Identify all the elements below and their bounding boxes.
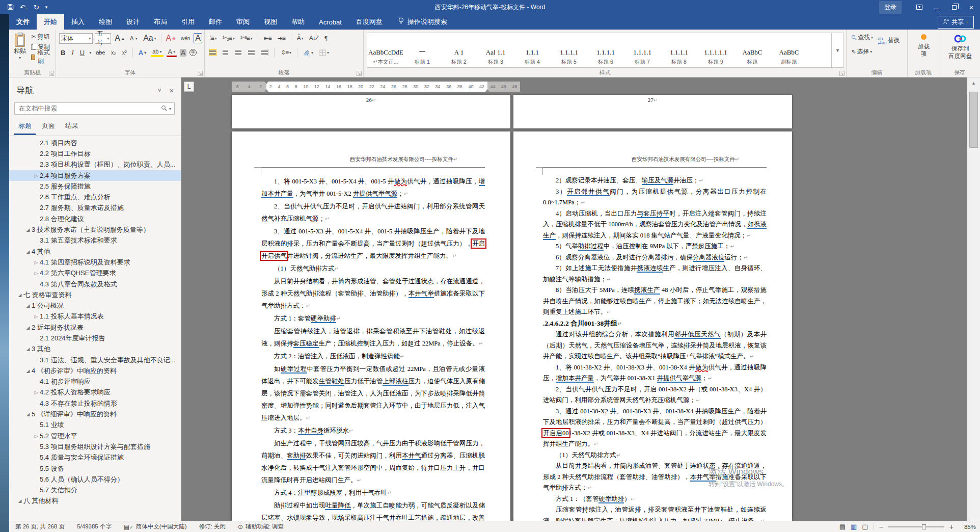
phonetic-guide-icon[interactable]: wén: [179, 35, 192, 42]
style-副标题[interactable]: AaBbC副标题: [771, 33, 807, 67]
collapse-icon[interactable]: ◢: [24, 249, 32, 254]
nav-item[interactable]: 5.5 设备: [9, 463, 181, 474]
search-input[interactable]: [18, 104, 161, 113]
select-button[interactable]: ⇖ 选择▾: [850, 46, 874, 58]
style-标题1[interactable]: 一标题 1: [404, 33, 441, 67]
expand-icon[interactable]: ▷: [33, 271, 40, 276]
font-dialog-launcher[interactable]: ↘: [198, 71, 203, 76]
word-count[interactable]: 5/49385 个字: [71, 521, 118, 532]
chevron-down-icon[interactable]: ˅: [158, 87, 161, 94]
nav-tab-页面[interactable]: 页面: [38, 120, 59, 135]
tab-file[interactable]: 文件: [9, 14, 37, 30]
nav-item[interactable]: 4.1 初步评审响应: [9, 377, 181, 387]
scroll-up-icon[interactable]: ▲: [967, 77, 980, 86]
bold-button[interactable]: B: [59, 48, 67, 57]
character-shading-icon[interactable]: A: [180, 49, 186, 57]
signin-button[interactable]: 登录: [879, 1, 902, 14]
customize-qat-icon[interactable]: ▾: [45, 5, 48, 10]
tab-Acrobat[interactable]: Acrobat: [312, 14, 349, 30]
nav-item[interactable]: 2.3 项目机构设置（框图）、岗位职责、人员...: [9, 159, 181, 170]
style-标题4[interactable]: 1.1.1标题 4: [514, 33, 551, 67]
expand-icon[interactable]: ▷: [33, 390, 40, 395]
nav-item[interactable]: 5.7 失信扣分: [9, 485, 181, 496]
tab-视图[interactable]: 视图: [257, 14, 284, 30]
collapse-icon[interactable]: ◢: [16, 292, 23, 298]
collapse-icon[interactable]: ◢: [24, 303, 32, 308]
character-border-icon[interactable]: A: [194, 33, 202, 43]
style-标题3[interactable]: Aal 1.1标题 3: [477, 33, 514, 67]
tab-home[interactable]: 开始: [37, 14, 64, 30]
tab-设计[interactable]: 设计: [119, 14, 147, 30]
expand-icon[interactable]: ▷: [33, 434, 40, 439]
style-标题7[interactable]: 1.1.1.1标题 7: [624, 33, 661, 67]
nav-item[interactable]: ▷1.1 投标人基本情况表: [9, 311, 181, 322]
expand-icon[interactable]: ▷: [33, 173, 40, 178]
accessibility-indicator[interactable]: ⊙ 辅助功能: 调查: [232, 521, 290, 532]
clear-formatting-icon[interactable]: A◆: [164, 33, 177, 43]
nav-item[interactable]: ▷4.2 投标人资格要求响应: [9, 387, 181, 398]
redo-icon[interactable]: ↻: [34, 4, 39, 11]
nav-item[interactable]: ◢1 公司概况: [9, 300, 181, 311]
nav-item[interactable]: ◢3 其他: [9, 344, 181, 355]
zoom-slider-thumb[interactable]: [922, 524, 926, 529]
nav-item[interactable]: ◢3 技术服务承诺（主要说明服务质量等）: [9, 224, 181, 235]
restore-button[interactable]: [945, 0, 963, 14]
cut-button[interactable]: ✂剪切: [30, 32, 53, 42]
zoom-level[interactable]: 85%: [959, 524, 976, 530]
paste-button[interactable]: 粘贴▾: [12, 32, 28, 69]
expand-icon[interactable]: ▷: [33, 260, 40, 265]
collapse-icon[interactable]: ◢: [24, 325, 32, 330]
nav-item[interactable]: 3.1 第五章技术标准和要求: [9, 235, 181, 246]
nav-item[interactable]: ◢2 近年财务状况表: [9, 322, 181, 333]
styles-gallery-expand-icon[interactable]: ▼: [832, 33, 844, 68]
nav-item[interactable]: 5.4 质量与安全环境保证措施: [9, 453, 181, 463]
shading-icon[interactable]: ▾: [302, 49, 314, 56]
search-options-icon[interactable]: ▾: [169, 107, 171, 111]
highlight-color-icon[interactable]: ab▾: [151, 48, 163, 57]
read-mode-icon[interactable]: ▤: [839, 523, 846, 530]
nav-item[interactable]: ▷5.2 管理水平: [9, 431, 181, 441]
align-left-icon[interactable]: [208, 49, 217, 56]
nav-item[interactable]: ◢5 《详细评审》中响应的资料: [9, 409, 181, 419]
style-标题2[interactable]: A 1标题 2: [441, 33, 477, 67]
tell-me-search[interactable]: 操作说明搜索: [390, 14, 447, 30]
nav-item[interactable]: 3.1 违法、违规、重大安全事故及其他不良记...: [9, 355, 181, 365]
line-spacing-icon[interactable]: ⇕≡▾: [279, 48, 292, 57]
nav-item[interactable]: 4.3 不存在禁止投标的情形: [9, 398, 181, 409]
nav-item[interactable]: 5.3 项目服务组织设计方案与配套措施: [9, 441, 181, 452]
enclose-characters-icon[interactable]: 字: [189, 49, 197, 56]
asian-layout-icon[interactable]: A̐▾: [295, 34, 305, 42]
share-button[interactable]: 共享 ▾: [938, 16, 974, 29]
scrollbar-thumb[interactable]: [969, 92, 978, 148]
find-button[interactable]: 查找▾: [850, 32, 875, 43]
page-27[interactable]: 西安华邦石油技术发展有限公司----投标文件↵ 2）观察记录本井油压、套压、输压…: [513, 131, 792, 521]
save-icon[interactable]: [7, 4, 14, 11]
zoom-in-icon[interactable]: +: [949, 523, 954, 531]
grow-font-icon[interactable]: A▲: [113, 33, 126, 43]
tab-绘图[interactable]: 绘图: [92, 14, 119, 30]
ribbon-display-options-icon[interactable]: ▾: [911, 0, 928, 14]
nav-item[interactable]: 2.7 服务期、质量承诺及措施: [9, 203, 181, 214]
align-right-icon[interactable]: [233, 49, 243, 56]
show-marks-icon[interactable]: ¶: [323, 34, 328, 43]
nav-item[interactable]: 5.6 人员（确认人员不得分）: [9, 474, 181, 485]
collapse-icon[interactable]: ◢: [24, 368, 32, 374]
document-search-box[interactable]: ▾: [14, 102, 175, 115]
close-button[interactable]: ×: [963, 0, 980, 14]
nav-item[interactable]: 2.8 合理化建议: [9, 214, 181, 224]
tab-stop-selector[interactable]: L: [184, 82, 194, 92]
save-to-baidu-button[interactable]: 保存到 百度网盘: [942, 32, 978, 60]
web-layout-icon[interactable]: ▢: [862, 523, 868, 530]
nav-item[interactable]: 2.6 工作重点、难点分析: [9, 192, 181, 202]
collapse-icon[interactable]: ◢: [16, 498, 23, 503]
language-indicator[interactable]: ▤✓ 简体中文(中国大陆): [118, 521, 193, 532]
superscript-button[interactable]: x²: [121, 49, 128, 56]
zoom-out-icon[interactable]: −: [879, 523, 883, 531]
numbering-icon[interactable]: ¹⁼₂≡▾: [221, 34, 236, 42]
style-标题8[interactable]: 1.1.1.1标题 8: [661, 33, 697, 67]
nav-item[interactable]: ◢4 其他: [9, 246, 181, 257]
nav-item[interactable]: 4.3 第八章合同条款及格式: [9, 279, 181, 289]
font-size-combo[interactable]: 五号▾: [95, 33, 111, 44]
expand-icon[interactable]: ▷: [33, 314, 40, 319]
page-body[interactable]: 1、将 001-5-X3 井、001-5-X4 井、001-5 井做为供气井，通…: [261, 175, 485, 521]
